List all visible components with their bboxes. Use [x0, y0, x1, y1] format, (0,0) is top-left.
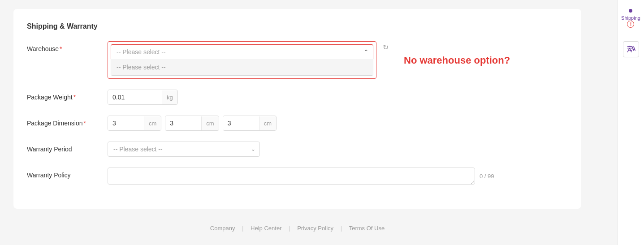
dimension-1-input[interactable] [108, 116, 144, 130]
warranty-period-field: -- Please select -- ⌄ [108, 142, 376, 157]
footer: Company | Help Center | Privacy Policy |… [13, 218, 581, 239]
warranty-period-select[interactable]: -- Please select -- [108, 142, 260, 157]
warranty-period-label: Warranty Period [27, 142, 108, 154]
footer-company-link[interactable]: Company [210, 225, 235, 232]
dim3-wrap: cm [223, 116, 277, 131]
package-dimension-field: cm cm cm [108, 116, 376, 131]
warehouse-dropdown-container: -- Please select -- ⌃ -- Please select -… [108, 41, 376, 79]
warehouse-field: -- Please select -- ⌃ -- Please select -… [108, 41, 376, 79]
no-warehouse-message: No warehouse option? [404, 41, 510, 66]
warehouse-row: Warehouse* -- Please select -- ⌃ -- Plea… [27, 41, 568, 79]
footer-privacy-link[interactable]: Privacy Policy [297, 225, 333, 232]
footer-terms-link[interactable]: Terms Of Use [349, 225, 385, 232]
dim1-unit: cm [144, 116, 161, 130]
package-dimension-row: Package Dimension* cm cm [27, 116, 568, 131]
package-dimension-label: Package Dimension* [27, 116, 108, 128]
dim2-unit: cm [201, 116, 218, 130]
package-weight-input[interactable] [108, 90, 162, 104]
sidebar-dot-shipping [629, 9, 632, 13]
dimension-2-input[interactable] [165, 116, 201, 130]
required-indicator: * [60, 45, 62, 52]
warehouse-select[interactable]: -- Please select -- [111, 44, 373, 59]
dim2-wrap: cm [165, 116, 219, 131]
char-count: 0 / 99 [480, 173, 494, 180]
package-weight-row: Package Weight* kg [27, 90, 568, 105]
footer-help-link[interactable]: Help Center [251, 225, 281, 232]
warranty-period-row: Warranty Period -- Please select -- ⌄ [27, 142, 568, 157]
dim1-wrap: cm [108, 116, 161, 131]
sidebar-item-shipping[interactable]: Shipping ! [619, 4, 643, 32]
weight-input-group: kg [108, 90, 376, 105]
warranty-policy-field: 0 / 99 [108, 168, 568, 185]
warranty-policy-textarea[interactable] [108, 168, 475, 185]
sidebar: Shipping ! [617, 0, 644, 245]
warranty-period-select-wrapper: -- Please select -- ⌄ [108, 142, 260, 157]
dim3-unit: cm [259, 116, 276, 130]
dimension-3-input[interactable] [223, 116, 259, 130]
warehouse-label: Warehouse* [27, 41, 108, 54]
weight-unit: kg [162, 90, 177, 104]
translate-button[interactable] [623, 41, 639, 57]
section-title: Shipping & Warranty [27, 22, 568, 30]
warehouse-dropdown-item[interactable]: -- Please select -- [111, 59, 373, 75]
package-weight-label: Package Weight* [27, 90, 108, 102]
refresh-button[interactable]: ↻ [381, 41, 390, 53]
shipping-label-wrap [629, 9, 632, 14]
warranty-policy-row: Warranty Policy 0 / 99 [27, 168, 568, 185]
weight-input-wrap: kg [108, 90, 178, 105]
required-indicator-weight: * [73, 94, 76, 101]
sidebar-shipping-label: Shipping [621, 15, 640, 21]
warranty-policy-input-group: 0 / 99 [108, 168, 568, 185]
required-indicator-dim: * [84, 120, 86, 127]
warranty-policy-label: Warranty Policy [27, 168, 108, 180]
warehouse-select-wrapper: -- Please select -- ⌃ [111, 44, 373, 59]
package-weight-field: kg [108, 90, 376, 105]
warehouse-dropdown-menu: -- Please select -- [111, 59, 373, 76]
info-icon-shipping: ! [627, 21, 634, 28]
dimension-inputs-group: cm cm cm [108, 116, 376, 131]
